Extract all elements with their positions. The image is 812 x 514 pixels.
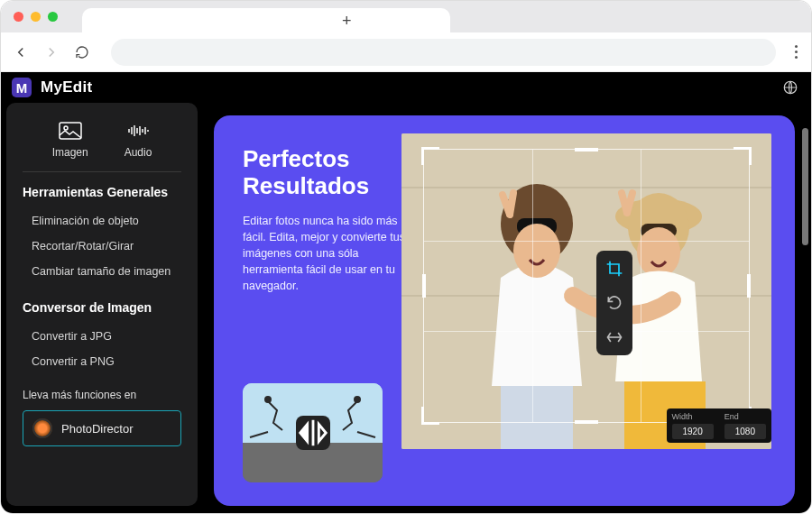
app-logo[interactable]: M: [12, 78, 32, 97]
maximize-window[interactable]: [48, 12, 58, 22]
hero-title-line1: Perfectos: [243, 145, 350, 172]
media-image-tab[interactable]: Imagen: [52, 121, 88, 159]
end-label: End: [724, 412, 766, 421]
section-general-tools: Herramientas Generales: [23, 185, 181, 199]
flip-tool-icon[interactable]: [604, 326, 625, 348]
media-audio-label: Audio: [125, 146, 152, 159]
photodirector-label: PhotoDirector: [61, 422, 133, 436]
tool-resize[interactable]: Cambiar tamaño de imagen: [23, 259, 181, 284]
section-image-converter: Conversor de Imagen: [23, 300, 181, 315]
new-tab-button[interactable]: +: [342, 12, 352, 31]
hero-title-line2: Resultados: [243, 172, 369, 199]
language-button[interactable]: [780, 78, 800, 97]
back-button[interactable]: [10, 41, 32, 63]
mirror-preview: [243, 383, 383, 482]
svg-point-6: [355, 397, 360, 402]
vertical-scrollbar[interactable]: [802, 128, 808, 245]
crop-handle-tr[interactable]: [734, 147, 752, 165]
rotate-tool-icon[interactable]: [604, 292, 625, 314]
address-bar[interactable]: [111, 39, 776, 66]
width-value[interactable]: 1920: [672, 424, 714, 439]
crop-overlay[interactable]: [424, 150, 749, 422]
crop-handle-left[interactable]: [422, 274, 426, 298]
image-icon: [52, 121, 88, 141]
app-header: M MyEdit: [1, 72, 811, 103]
forward-button[interactable]: [41, 41, 62, 63]
browser-menu-button[interactable]: [790, 41, 802, 63]
svg-rect-1: [60, 123, 81, 139]
crop-handle-bottom[interactable]: [575, 420, 598, 424]
crop-handle-top[interactable]: [575, 148, 598, 151]
tool-convert-jpg[interactable]: Convertir a JPG: [23, 324, 181, 349]
svg-point-2: [64, 126, 68, 130]
dimension-readout: Width 1920 End 1080: [667, 408, 772, 443]
hero-canvas: Perfectos Resultados Editar fotos nunca …: [214, 115, 795, 506]
window-controls: [14, 12, 58, 22]
tool-crop-rotate-flip[interactable]: Recortar/Rotar/Girar: [23, 234, 181, 259]
tool-convert-png[interactable]: Convertir a PNG: [23, 349, 181, 374]
audio-icon: [125, 121, 152, 141]
end-value[interactable]: 1080: [724, 424, 766, 439]
tool-remove-object[interactable]: Eliminación de objeto: [23, 208, 181, 234]
crop-tool-icon[interactable]: [604, 258, 625, 280]
reload-button[interactable]: [71, 41, 93, 63]
crop-handle-right[interactable]: [747, 274, 751, 298]
media-image-label: Imagen: [52, 146, 88, 159]
media-type-switch: Imagen Audio: [23, 114, 181, 172]
close-window[interactable]: [14, 12, 23, 22]
app-root: M MyEdit Imagen Audio: [1, 72, 811, 514]
width-label: Width: [672, 412, 714, 421]
media-audio-tab[interactable]: Audio: [125, 121, 152, 159]
browser-toolbar: [1, 32, 811, 72]
photodirector-button[interactable]: PhotoDirector: [23, 410, 181, 446]
minimize-window[interactable]: [31, 12, 41, 22]
app-brand: MyEdit: [41, 78, 93, 96]
main-area: Perfectos Resultados Editar fotos nunca …: [198, 103, 811, 514]
edit-toolbar: [596, 251, 632, 355]
browser-tab-strip: +: [1, 1, 811, 32]
svg-point-5: [265, 397, 271, 402]
hero-body: Editar fotos nunca ha sido más fácil. Ed…: [243, 213, 414, 295]
crop-handle-tl[interactable]: [421, 147, 439, 165]
photodirector-icon: [32, 418, 52, 438]
crop-handle-bl[interactable]: [421, 407, 439, 425]
flip-icon: [296, 416, 330, 450]
edit-photo: [401, 133, 771, 449]
promo-text: Lleva más funciones en: [23, 389, 181, 401]
sidebar: Imagen Audio Herramientas Generales Elim…: [6, 103, 198, 506]
active-tab[interactable]: [82, 8, 450, 32]
